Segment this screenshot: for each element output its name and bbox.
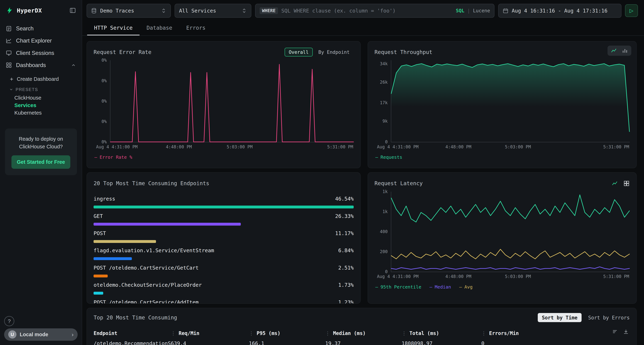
endpoint-bar-item[interactable]: POST /oteldemo.CartService/GetCart2.51% [94, 264, 354, 278]
x-tick-label: 5:31:00 PM [327, 144, 353, 149]
presets-label: PRESETS [16, 87, 38, 92]
y-tick-label: 26k [380, 80, 388, 85]
source-select[interactable]: Demo Traces [86, 4, 171, 18]
table-row[interactable]: /oteldemo.RecommendationServ639.4166.119… [94, 338, 630, 345]
request-latency-card: Request Latency 1k1k4002000 [368, 172, 637, 304]
sidebar-item-label: Dashboards [16, 62, 46, 68]
endpoint-label: oteldemo.CheckoutService/PlaceOrder [94, 281, 202, 289]
sidebar-item-search[interactable]: Search [0, 22, 82, 35]
legend-label: 95th Percentile [380, 284, 421, 290]
sidebar-item-kubernetes[interactable]: Kubernetes [0, 108, 48, 118]
heatmap-chart-icon[interactable] [624, 180, 630, 186]
local-mode-pill[interactable]: U Local mode › [4, 328, 78, 341]
tab-http-service[interactable]: HTTP Service [87, 21, 140, 35]
legend-item[interactable]: —95th Percentile [375, 284, 421, 290]
run-query-button[interactable]: ▷ [625, 4, 638, 17]
x-axis: Aug 4 4:31:00 PM4:48:00 PM5:03:00 PM5:31… [110, 144, 354, 150]
column-header[interactable]: ⋮Req/Min [171, 330, 249, 336]
plot-area[interactable] [110, 60, 354, 142]
line-chart-icon[interactable] [611, 47, 617, 54]
sidebar-item-dashboards[interactable]: Dashboards [0, 59, 82, 71]
y-axis: 0%0%0%0%0% [94, 60, 110, 142]
column-header-label: Req/Min [178, 330, 199, 336]
x-tick-label: 4:48:00 PM [166, 144, 192, 149]
brand-name: HyperDX [17, 7, 42, 14]
hyperdx-app: HyperDX Search Chart Explorer Client Ses… [0, 0, 644, 345]
x-tick-label: Aug 4 4:31:00 PM [377, 274, 418, 279]
download-csv-icon[interactable] [623, 329, 629, 336]
endpoints-table-card: Top 20 Most Time Consuming Sort by Time … [86, 308, 636, 345]
overall-toggle-button[interactable]: Overall [284, 48, 313, 56]
endpoint-label: GET [94, 212, 103, 220]
endpoint-bar-item[interactable]: POST /oteldemo.CartService/AddItem1.23% [94, 298, 354, 304]
sort-by-time-button[interactable]: Sort by Time [538, 313, 582, 322]
y-tick-label: 0 [385, 269, 388, 274]
column-drag-icon[interactable]: ⋮ [481, 330, 486, 336]
y-tick-label: 0% [102, 99, 107, 104]
sidebar-item-label: Search [16, 25, 34, 32]
legend-item[interactable]: —Error Rate % [94, 155, 132, 160]
y-tick-label: 1k [382, 209, 388, 214]
select-chevrons-icon [242, 8, 247, 13]
endpoint-bar-item[interactable]: flagd.evaluation.v1.Service/EventStream6… [94, 247, 354, 260]
create-dashboard-button[interactable]: Create Dashboard [0, 74, 82, 85]
card-title: Request Throughput [374, 49, 432, 55]
by-endpoint-toggle-button[interactable]: By Endpoint [314, 48, 354, 56]
clickhouse-cloud-promo: Ready to deploy on ClickHouse Cloud? Get… [5, 128, 77, 175]
endpoint-bar-item[interactable]: ingress46.54% [94, 195, 354, 208]
tab-errors[interactable]: Errors [179, 21, 212, 35]
hyperdx-logo-icon [6, 6, 14, 14]
get-started-button[interactable]: Get Started for Free [12, 155, 70, 169]
legend-label: Requests [380, 155, 402, 160]
legend-item[interactable]: —Median [430, 284, 451, 290]
x-tick-label: Aug 4 4:31:00 PM [96, 144, 138, 149]
sidebar-item-client-sessions[interactable]: Client Sessions [0, 47, 82, 59]
x-tick-label: 5:31:00 PM [603, 144, 629, 149]
legend-item[interactable]: —Avg [459, 284, 472, 290]
column-drag-icon[interactable]: ⋮ [249, 330, 254, 336]
column-header[interactable]: Endpoint [94, 330, 171, 336]
line-chart-icon[interactable] [612, 180, 618, 186]
endpoint-label: POST /oteldemo.CartService/GetCart [94, 264, 198, 272]
column-header[interactable]: ⋮Median (ms) [325, 330, 402, 336]
brand[interactable]: HyperDX [6, 6, 42, 14]
tab-database[interactable]: Database [140, 21, 179, 35]
help-button[interactable]: ? [4, 316, 14, 326]
table-body: /oteldemo.RecommendationServ639.4166.119… [94, 338, 630, 345]
column-header[interactable]: ⋮Errors/Min [481, 330, 630, 336]
sidebar-collapse-icon[interactable] [70, 7, 76, 14]
endpoint-bar-row: GET26.33% [94, 212, 354, 220]
column-header[interactable]: ⋮Total (ms) [402, 330, 481, 336]
column-drag-icon[interactable]: ⋮ [325, 330, 330, 336]
cards-grid: Request Error Rate Overall By Endpoint 0… [86, 41, 636, 304]
endpoint-bar-item[interactable]: oteldemo.CheckoutService/PlaceOrder1.73% [94, 281, 354, 295]
table-header-row: Endpoint⋮Req/Min⋮P95 (ms)⋮Median (ms)⋮To… [94, 329, 630, 338]
endpoint-bar-item[interactable]: GET26.33% [94, 212, 354, 226]
service-select[interactable]: All Services [174, 4, 251, 18]
endpoint-percent: 11.17% [335, 229, 354, 238]
grid-icon [6, 62, 12, 68]
bar-chart-icon[interactable] [622, 47, 628, 54]
column-drag-icon[interactable]: ⋮ [402, 330, 406, 336]
lucene-mode-button[interactable]: Lucene [473, 8, 490, 13]
search-input[interactable] [282, 8, 452, 14]
column-drag-icon[interactable]: ⋮ [171, 330, 176, 336]
sidebar-item-chart-explorer[interactable]: Chart Explorer [0, 35, 82, 47]
column-header-label: Endpoint [94, 330, 117, 336]
plot-area[interactable] [391, 192, 630, 272]
sql-mode-button[interactable]: SQL [456, 8, 464, 13]
legend-dash: — [459, 284, 462, 290]
legend-item[interactable]: —Requests [375, 155, 402, 160]
time-range-picker[interactable]: Aug 4 16:31:16 - Aug 4 17:31:16 [498, 4, 622, 18]
legend-dash: — [430, 284, 432, 290]
endpoint-bar [94, 240, 156, 243]
y-tick-label: 0% [102, 78, 107, 83]
endpoint-bar-item[interactable]: POST11.17% [94, 229, 354, 243]
sort-by-errors-button[interactable]: Sort by Errors [588, 315, 630, 321]
y-tick-label: 0% [102, 139, 107, 144]
presets-toggle[interactable]: PRESETS [0, 84, 82, 94]
table-options-icon[interactable] [612, 329, 618, 336]
plot-area[interactable] [391, 60, 630, 142]
search-box[interactable]: WHERE SQL | Lucene [255, 4, 495, 18]
column-header[interactable]: ⋮P95 (ms) [249, 330, 325, 336]
